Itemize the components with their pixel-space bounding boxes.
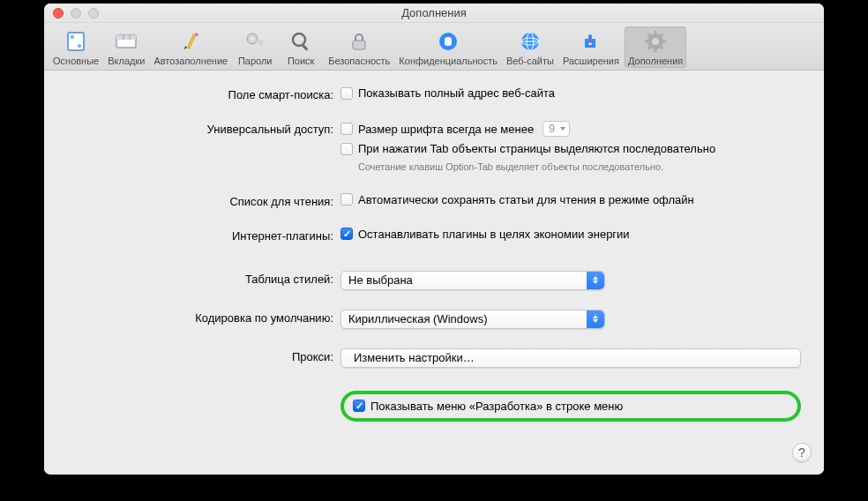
help-button-label: ? [798,445,805,460]
chevron-updown-icon [587,310,604,328]
label-accessibility: Универсальный доступ: [67,121,340,136]
checkbox-label: Останавливать плагины в целях экономии э… [358,228,630,241]
toolbar: Основные Вкладки Автозаполнение Пароли П [44,23,824,71]
select-min-font-size[interactable]: 9 [542,121,570,137]
svg-rect-15 [302,44,309,51]
general-icon [64,29,88,54]
zoom-window-button[interactable] [88,8,99,19]
privacy-icon [436,29,460,54]
advanced-icon [643,29,668,54]
checkbox-label: При нажатии Tab объекты страницы выделяю… [358,142,715,155]
svg-point-2 [78,44,82,49]
toolbar-item-search[interactable]: Поиск [279,26,323,68]
svg-rect-7 [187,34,197,49]
search-icon [288,29,313,54]
toolbar-item-tabs[interactable]: Вкладки [104,26,148,68]
checkbox-tab-highlight[interactable] [340,143,353,155]
toolbar-item-extensions[interactable]: Расширения [559,26,623,68]
svg-marker-8 [184,46,187,49]
passwords-icon [243,29,267,54]
svg-point-25 [652,38,659,45]
checkbox-stop-plugins[interactable] [340,228,353,240]
highlight-ring: Показывать меню «Разработка» в строке ме… [340,391,801,422]
svg-rect-29 [662,41,666,43]
svg-point-14 [293,34,305,46]
toolbar-label: Дополнения [628,56,683,66]
popup-value: Не выбрана [348,273,413,287]
label-plugins: Интернет-плагины: [67,228,340,243]
svg-rect-18 [445,37,452,46]
popup-stylesheet[interactable]: Не выбрана [340,271,605,290]
svg-point-11 [251,37,255,41]
label-stylesheet: Таблица стилей: [67,271,340,286]
preferences-window: Дополнения Основные Вкладки Автозаполнен… [44,4,824,475]
checkbox-label: Размер шрифта всегда не менее [358,123,534,136]
toolbar-item-security[interactable]: Безопасность [325,26,393,68]
checkbox-label: Показывать полный адрес веб-сайта [358,86,555,100]
svg-rect-13 [260,43,263,46]
toolbar-label: Расширения [563,56,619,66]
hint-tab: Сочетание клавиш Option-Tab выделяет объ… [358,161,801,174]
toolbar-label: Автозаполнение [153,56,228,66]
minimize-window-button[interactable] [71,8,81,19]
window-title: Дополнения [44,6,824,19]
toolbar-item-privacy[interactable]: Конфиденциальность [395,26,501,68]
toolbar-item-general[interactable]: Основные [49,26,102,68]
traffic-lights [44,8,99,19]
svg-rect-28 [645,41,649,43]
button-change-proxy-settings[interactable]: Изменить настройки… [340,348,801,368]
autofill-icon [178,29,203,54]
checkbox-auto-save-offline[interactable] [340,193,353,206]
svg-rect-26 [655,31,657,35]
chevron-updown-icon [587,272,604,289]
checkbox-label: Автоматически сохранять статьи для чтени… [358,193,694,206]
label-encoding: Кодировка по умолчанию: [67,310,340,325]
toolbar-label: Пароли [238,56,273,66]
svg-rect-16 [353,41,365,49]
toolbar-item-advanced[interactable]: Дополнения [625,26,686,68]
checkbox-label: Показывать меню «Разработка» в строке ме… [370,400,623,413]
extensions-icon [579,29,603,54]
label-proxies: Прокси: [67,348,340,363]
svg-rect-1 [71,35,74,39]
popup-value: Кириллическая (Windows) [348,312,488,325]
toolbar-item-passwords[interactable]: Пароли [233,26,277,68]
toolbar-item-websites[interactable]: Веб-сайты [503,26,557,68]
toolbar-item-autofill[interactable]: Автозаполнение [150,26,231,68]
toolbar-label: Вкладки [108,56,145,66]
popup-encoding[interactable]: Кириллическая (Windows) [340,310,605,329]
button-label: Изменить настройки… [354,351,475,364]
label-reading-list: Список для чтения: [67,193,340,208]
help-button[interactable]: ? [792,443,812,462]
svg-rect-27 [655,48,657,52]
titlebar: Дополнения [44,4,824,23]
toolbar-label: Безопасность [328,56,390,66]
svg-rect-12 [256,41,263,43]
toolbar-label: Поиск [288,56,314,66]
svg-rect-4 [116,35,136,40]
checkbox-min-font[interactable] [340,123,353,135]
websites-icon [518,29,542,54]
label-smart-search: Поле смарт-поиска: [67,86,340,101]
security-icon [347,29,371,54]
toolbar-label: Конфиденциальность [399,56,498,66]
tabs-icon [114,29,138,54]
toolbar-label: Основные [53,56,99,66]
content-area: Поле смарт-поиска: Показывать полный адр… [44,71,824,471]
svg-rect-0 [68,33,84,50]
checkbox-full-address[interactable] [340,87,353,100]
close-window-button[interactable] [53,8,64,19]
checkbox-show-develop-menu[interactable] [353,400,365,412]
toolbar-label: Веб-сайты [506,56,554,66]
